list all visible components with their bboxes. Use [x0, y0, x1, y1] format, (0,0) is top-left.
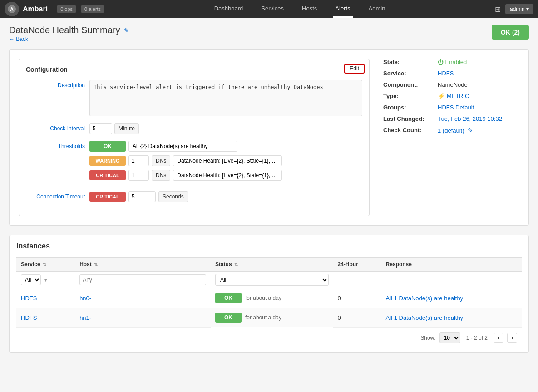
- edit-button[interactable]: Edit: [344, 64, 365, 74]
- service-link[interactable]: HDFS: [21, 295, 37, 302]
- ok-button[interactable]: OK (2): [492, 25, 529, 40]
- meta-check-count-label: Check Count:: [383, 127, 438, 134]
- back-link[interactable]: ← Back: [9, 36, 28, 42]
- show-per-page-select[interactable]: 10 25 50: [439, 332, 460, 343]
- filter-status-select[interactable]: All: [215, 274, 329, 286]
- meta-service-label: Service:: [383, 70, 438, 77]
- meta-service-row: Service: HDFS: [383, 70, 519, 77]
- status-badge: OK: [215, 313, 242, 323]
- nav-dashboard[interactable]: Dashboard: [212, 0, 246, 18]
- filter-service-select[interactable]: All: [21, 274, 41, 285]
- threshold-critical-text[interactable]: [173, 170, 282, 181]
- meta-check-count-row: Check Count: 1 (default) ✎: [383, 127, 519, 134]
- thresholds-label: Thresholds: [26, 141, 85, 149]
- check-count-edit-icon[interactable]: ✎: [468, 127, 473, 134]
- config-panel: Configuration Edit Description Check Int…: [9, 49, 529, 226]
- grid-icon[interactable]: ⊞: [495, 5, 501, 14]
- show-label: Show:: [420, 335, 435, 341]
- meta-type-row: Type: ⚡ METRIC: [383, 93, 519, 99]
- threshold-ok-text[interactable]: [128, 141, 237, 152]
- brand-icon: A: [5, 2, 19, 16]
- threshold-warning-text[interactable]: [173, 155, 282, 166]
- filter-host-input[interactable]: [79, 274, 206, 285]
- nav-admin[interactable]: Admin: [366, 0, 388, 18]
- page-title: DataNode Health Summary: [9, 25, 120, 35]
- nav-alerts[interactable]: Alerts: [333, 0, 352, 18]
- host-link[interactable]: hn1-: [79, 314, 91, 321]
- col-status: Status ⇅: [211, 258, 333, 272]
- meta-last-changed-row: Last Changed: Tue, Feb 26, 2019 10:32: [383, 115, 519, 122]
- description-textarea[interactable]: [89, 80, 362, 116]
- meta-state-label: State:: [383, 59, 438, 65]
- meta-type-value: ⚡ METRIC: [438, 93, 469, 99]
- topnav: A Ambari 0 ops 0 alerts Dashboard Servic…: [0, 0, 538, 18]
- status-duration: for about a day: [245, 314, 281, 321]
- brand-name: Ambari: [23, 5, 48, 13]
- threshold-warning-row: WARNING DNs: [89, 155, 282, 166]
- description-row: Description: [26, 80, 362, 116]
- nav-hosts[interactable]: Hosts: [300, 0, 319, 18]
- response-link[interactable]: All 1 DataNode(s) are healthy: [386, 295, 464, 302]
- nav-services[interactable]: Services: [259, 0, 286, 18]
- meta-groups-value[interactable]: HDFS Default: [438, 104, 474, 111]
- prev-page-button[interactable]: ‹: [494, 333, 503, 343]
- sort-service-icon[interactable]: ⇅: [43, 262, 46, 267]
- next-page-button[interactable]: ›: [507, 333, 517, 343]
- brand: A Ambari: [5, 2, 48, 16]
- meta-state-row: State: ⏻ Enabled: [383, 59, 519, 65]
- status-badge: OK: [215, 293, 242, 303]
- alerts-badge[interactable]: 0 alerts: [81, 5, 104, 13]
- thresholds-inputs: OK WARNING DNs CRITICAL DNs: [89, 141, 282, 184]
- status-duration: for about a day: [245, 295, 281, 301]
- connection-timeout-label: Connection Timeout: [26, 191, 85, 200]
- threshold-critical-row: CRITICAL DNs: [89, 170, 282, 181]
- meta-last-changed-value: Tue, Feb 26, 2019 10:32: [438, 115, 502, 122]
- thresholds-row: Thresholds OK WARNING DNs: [26, 141, 362, 184]
- service-link[interactable]: HDFS: [21, 314, 37, 321]
- title-edit-icon[interactable]: ✎: [124, 27, 129, 34]
- threshold-critical-value[interactable]: [128, 170, 149, 181]
- threshold-warning-unit: DNs: [152, 155, 170, 166]
- response-link[interactable]: All 1 DataNode(s) are healthy: [386, 314, 464, 321]
- service-filter-arrow: ▼: [44, 278, 48, 283]
- svg-text:A: A: [10, 7, 13, 12]
- check-interval-input[interactable]: [89, 123, 112, 134]
- page-title-area: DataNode Health Summary ✎ ← Back: [9, 25, 129, 42]
- table-row: HDFS hn1- OK for about a day 0 All 1 Dat…: [16, 308, 522, 327]
- threshold-ok-row: OK: [89, 141, 282, 152]
- lightning-icon: ⚡: [438, 93, 445, 99]
- table-row: HDFS hn0- OK for about a day 0 All 1 Dat…: [16, 288, 522, 308]
- col-24hour: 24-Hour: [333, 258, 381, 272]
- meta-check-count-value: 1 (default) ✎: [438, 127, 473, 134]
- meta-service-value[interactable]: HDFS: [438, 70, 454, 77]
- description-label: Description: [26, 80, 85, 89]
- sort-host-icon[interactable]: ⇅: [94, 262, 98, 267]
- check-interval-inputs: Minute: [89, 123, 139, 134]
- connection-timeout-badge: CRITICAL: [89, 192, 126, 202]
- user-menu[interactable]: admin ▾: [505, 4, 533, 14]
- hours24-cell: 0: [333, 288, 381, 308]
- nav-links: Dashboard Services Hosts Alerts Admin: [109, 0, 490, 18]
- sort-status-icon[interactable]: ⇅: [234, 262, 238, 267]
- ops-badge[interactable]: 0 ops: [57, 5, 76, 13]
- host-link[interactable]: hn0-: [79, 295, 91, 302]
- meta-component-value: NameNode: [438, 81, 468, 88]
- meta-last-changed-label: Last Changed:: [383, 115, 438, 122]
- instances-table: Service ⇅ Host ⇅ Status ⇅ 24-Hour: [16, 257, 522, 328]
- threshold-warning-btn: WARNING: [89, 156, 126, 166]
- instances-section: Instances Service ⇅ Host ⇅ Status ⇅: [9, 235, 529, 353]
- config-title: Configuration: [26, 66, 362, 73]
- threshold-ok-btn: OK: [89, 141, 126, 152]
- threshold-warning-value[interactable]: [128, 155, 149, 166]
- meta-component-label: Component:: [383, 81, 438, 88]
- connection-timeout-value[interactable]: [128, 191, 156, 202]
- threshold-critical-btn: CRITICAL: [89, 170, 126, 180]
- config-section: Configuration Edit Description Check Int…: [19, 59, 370, 216]
- connection-timeout-unit: Seconds: [158, 191, 188, 202]
- check-interval-row: Check Interval Minute: [26, 123, 362, 134]
- meta-groups-label: Groups:: [383, 104, 438, 111]
- connection-timeout-inputs: CRITICAL Seconds: [89, 191, 188, 202]
- meta-groups-row: Groups: HDFS Default: [383, 104, 519, 111]
- table-filter-row: All ▼ All: [16, 272, 522, 288]
- page-content: DataNode Health Summary ✎ ← Back OK (2) …: [0, 18, 538, 392]
